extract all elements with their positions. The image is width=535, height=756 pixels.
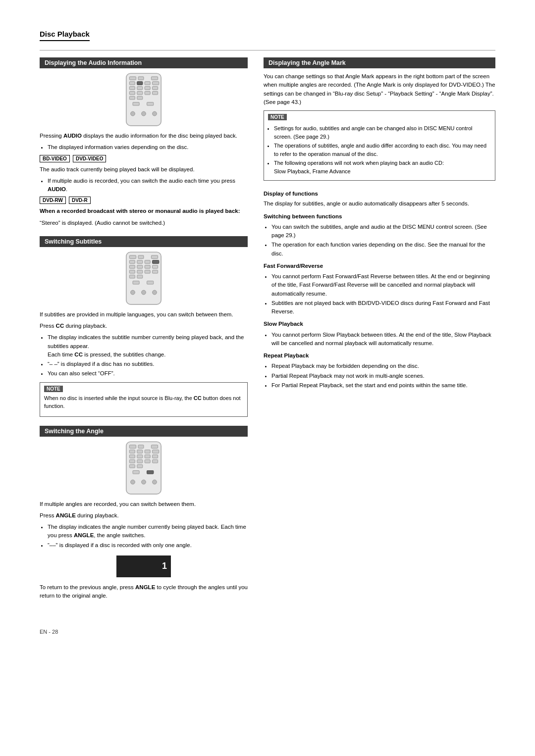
- svg-rect-59: [153, 265, 158, 268]
- svg-rect-53: [137, 260, 143, 263]
- svg-rect-64: [129, 275, 135, 278]
- svg-rect-60: [129, 270, 135, 273]
- svg-rect-28: [129, 82, 135, 85]
- svg-point-68: [131, 290, 135, 295]
- audio-bullet1: The displayed information varies dependi…: [48, 143, 248, 151]
- section-header-subtitles: Switching Subtitles: [40, 236, 248, 247]
- svg-rect-87: [153, 459, 158, 463]
- svg-rect-66: [133, 281, 139, 284]
- svg-rect-81: [137, 454, 143, 458]
- svg-rect-42: [133, 102, 139, 106]
- svg-rect-54: [145, 260, 150, 263]
- svg-rect-61: [137, 270, 143, 273]
- section-header-angle: Switching the Angle: [40, 426, 248, 437]
- svg-rect-43: [147, 102, 154, 106]
- svg-rect-71: [153, 260, 159, 263]
- angle-display-box: 1: [40, 555, 248, 577]
- angle-mark-body: You can change settings so that Angle Ma…: [264, 72, 495, 106]
- svg-rect-49: [129, 255, 136, 259]
- audio-bullet2: If multiple audio is recorded, you can s…: [48, 177, 248, 194]
- section-angle-mark: Displaying the Angle Mark You can change…: [264, 57, 495, 181]
- display-functions-body: The display for subtitles, angle or audi…: [264, 200, 495, 208]
- slow-bullet1: You cannot perform Slow Playback between…: [271, 331, 495, 348]
- remote-image-subtitles: [40, 251, 248, 305]
- note-title-angle-mark: NOTE: [268, 114, 287, 120]
- svg-rect-47: [137, 82, 143, 85]
- svg-rect-77: [137, 450, 143, 453]
- repeat-bullet3: For Partial Repeat Playback, set the sta…: [271, 381, 495, 390]
- note-text-subtitles: When no disc is inserted while the input…: [44, 394, 243, 410]
- svg-rect-83: [153, 454, 158, 458]
- svg-rect-86: [145, 459, 150, 463]
- remote-image-audio: [40, 72, 248, 127]
- svg-rect-30: [145, 82, 150, 85]
- section-angle: Switching the Angle: [40, 426, 248, 601]
- svg-rect-90: [133, 470, 139, 474]
- stereo-heading: When a recorded broadcast with stereo or…: [40, 207, 248, 215]
- svg-rect-39: [153, 92, 158, 95]
- svg-rect-82: [145, 454, 150, 458]
- svg-rect-34: [145, 87, 150, 90]
- svg-rect-40: [129, 96, 135, 100]
- angle-mark-note3: The following operations will not work w…: [274, 159, 491, 175]
- svg-rect-76: [129, 450, 135, 453]
- svg-point-70: [153, 290, 157, 295]
- svg-rect-52: [129, 260, 135, 263]
- svg-rect-31: [153, 82, 159, 85]
- svg-rect-88: [129, 464, 135, 468]
- sub-heading-display: Display of functions: [264, 190, 495, 198]
- svg-rect-51: [151, 255, 158, 259]
- section-audio-info: Displaying the Audio Information: [40, 57, 248, 227]
- svg-point-45: [142, 111, 146, 116]
- svg-point-94: [153, 480, 157, 484]
- svg-point-44: [131, 111, 135, 116]
- left-column: Displaying the Audio Information: [40, 57, 248, 609]
- note-box-angle-mark: NOTE Settings for audio, subtitles and a…: [264, 110, 495, 181]
- section-header-audio: Displaying the Audio Information: [40, 57, 248, 68]
- section-subtitles: Switching Subtitles: [40, 236, 248, 417]
- svg-rect-75: [151, 445, 158, 448]
- switching-bullet1: You can switch the subtitles, angle and …: [271, 223, 495, 240]
- svg-rect-73: [129, 445, 136, 448]
- svg-rect-58: [145, 265, 150, 268]
- stereo-body: “Stereo” is displayed. (Audio cannot be …: [40, 219, 248, 227]
- subtitle-bullet3: You can also select “OFF”.: [48, 369, 248, 378]
- svg-rect-78: [145, 450, 150, 453]
- svg-rect-33: [137, 87, 143, 90]
- svg-rect-56: [129, 265, 135, 268]
- sub-heading-ffrev: Fast Forward/Reverse: [264, 262, 495, 270]
- angle-outro: To return to the previous angle, press A…: [40, 583, 248, 601]
- svg-rect-84: [129, 459, 135, 463]
- svg-rect-25: [129, 77, 136, 80]
- angle-mark-note1: Settings for audio, subtitles and angle …: [274, 124, 491, 141]
- svg-rect-63: [153, 270, 158, 273]
- note-box-subtitles: NOTE When no disc is inserted while the …: [40, 382, 248, 417]
- svg-point-92: [131, 480, 135, 484]
- svg-rect-85: [137, 459, 143, 463]
- svg-rect-50: [138, 255, 144, 259]
- badge-dvd-video: DVD-VIDEO: [73, 155, 107, 162]
- section-header-angle-mark: Displaying the Angle Mark: [264, 57, 495, 68]
- badge-dvd-rw: DVD-RW: [40, 197, 66, 204]
- svg-rect-95: [147, 470, 154, 474]
- subtitles-press: Press CC during playback.: [40, 322, 248, 330]
- angle-mark-note2: The operations of subtitles, angle and a…: [274, 142, 491, 158]
- svg-rect-65: [137, 275, 143, 278]
- svg-rect-80: [129, 454, 135, 458]
- svg-point-93: [142, 480, 146, 484]
- badge-dvd-r: DVD-R: [69, 197, 91, 204]
- svg-rect-62: [145, 270, 150, 273]
- footer-page-number: EN - 28: [40, 629, 58, 635]
- badge-bd-video: BD-VIDEO: [40, 155, 70, 162]
- angle-number: 1: [162, 561, 167, 571]
- audio-intro: Pressing AUDIO displays the audio inform…: [40, 132, 248, 140]
- footer: EN - 28: [40, 629, 495, 635]
- badge-row-audio: BD-VIDEO DVD-VIDEO: [40, 155, 248, 162]
- svg-rect-36: [129, 92, 135, 95]
- section-functions: Display of functions The display for sub…: [264, 190, 495, 390]
- angle-press: Press ANGLE during playback.: [40, 511, 248, 520]
- page-title: Disc Playback: [40, 30, 90, 41]
- svg-point-69: [142, 290, 146, 295]
- svg-rect-41: [137, 96, 143, 100]
- svg-rect-37: [137, 92, 143, 95]
